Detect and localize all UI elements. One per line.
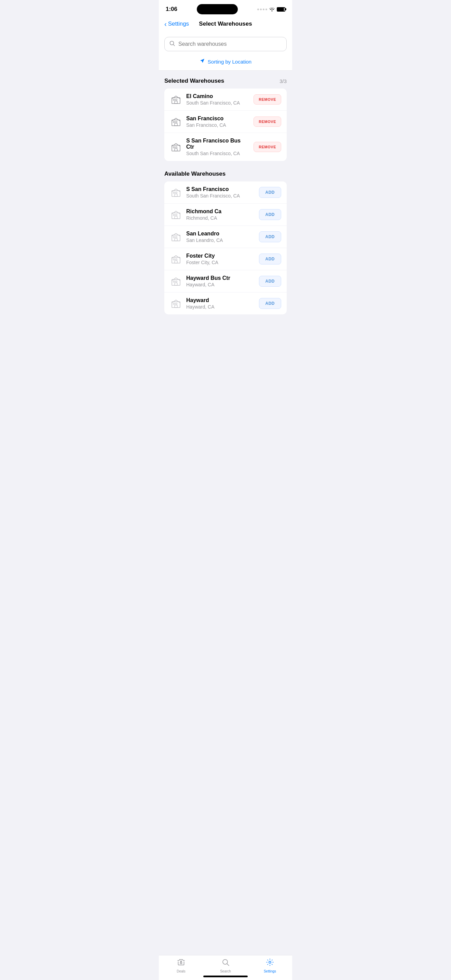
back-button[interactable]: ‹ Settings <box>164 20 189 28</box>
add-button[interactable]: ADD <box>259 209 281 220</box>
sorting-label: Sorting by Location <box>208 59 251 65</box>
svg-rect-25 <box>175 239 177 241</box>
warehouse-name: Hayward <box>186 297 255 304</box>
status-bar: 1:06 <box>159 0 292 17</box>
nav-header: ‹ Settings Select Warehouses <box>159 17 292 33</box>
add-button[interactable]: ADD <box>259 253 281 264</box>
svg-rect-19 <box>173 214 175 216</box>
svg-rect-32 <box>176 281 177 282</box>
back-chevron-icon: ‹ <box>164 20 167 28</box>
warehouse-location: South San Francisco, CA <box>186 193 255 199</box>
available-warehouse-item: Hayward Bus Ctr Hayward, CA ADD <box>164 270 287 293</box>
search-input[interactable] <box>178 41 281 47</box>
svg-rect-24 <box>176 237 177 238</box>
status-icons <box>257 6 285 12</box>
available-warehouses-section: Available Warehouses S San Francisco Sou… <box>159 164 292 317</box>
warehouse-location: San Leandro, CA <box>186 237 255 243</box>
svg-rect-11 <box>173 146 175 148</box>
available-warehouse-item: Richmond Ca Richmond, CA ADD <box>164 204 287 226</box>
dynamic-island <box>197 4 238 14</box>
warehouse-icon <box>170 208 182 221</box>
available-section-title: Available Warehouses <box>164 170 226 177</box>
remove-button[interactable]: REMOVE <box>254 116 281 127</box>
svg-rect-13 <box>175 149 177 151</box>
selected-warehouse-item: San Francisco San Francisco, CA REMOVE <box>164 111 287 133</box>
warehouse-info: Hayward Hayward, CA <box>186 297 255 310</box>
svg-rect-29 <box>175 261 177 263</box>
remove-button[interactable]: REMOVE <box>254 94 281 105</box>
warehouse-name: S San Francisco <box>186 186 255 192</box>
selected-section-title: Selected Warehouses <box>164 78 224 84</box>
warehouse-icon <box>170 141 182 153</box>
svg-rect-36 <box>176 303 177 304</box>
available-warehouse-item: Foster City Foster City, CA ADD <box>164 248 287 270</box>
warehouse-name: Foster City <box>186 253 255 259</box>
svg-rect-3 <box>173 99 175 100</box>
svg-rect-5 <box>175 101 177 103</box>
warehouse-location: Richmond, CA <box>186 215 255 221</box>
battery-icon <box>277 7 285 12</box>
svg-line-1 <box>173 45 175 46</box>
svg-rect-7 <box>173 121 175 123</box>
warehouse-location: South San Francisco, CA <box>186 151 249 156</box>
search-bar[interactable] <box>164 37 287 51</box>
warehouse-info: S San Francisco Bus Ctr South San Franci… <box>186 138 249 156</box>
svg-rect-17 <box>175 194 177 196</box>
svg-rect-8 <box>176 121 177 123</box>
available-warehouse-item: San Leandro San Leandro, CA ADD <box>164 226 287 248</box>
content-area: Selected Warehouses 3/3 El Camino S <box>159 71 292 351</box>
warehouse-icon <box>170 93 182 106</box>
svg-rect-4 <box>176 99 177 100</box>
svg-rect-15 <box>173 192 175 193</box>
warehouse-info: San Francisco San Francisco, CA <box>186 116 249 128</box>
page-title: Select Warehouses <box>199 21 252 27</box>
back-label: Settings <box>168 21 189 27</box>
svg-rect-37 <box>175 305 177 307</box>
selected-section-header: Selected Warehouses 3/3 <box>164 78 287 84</box>
search-container <box>159 33 292 56</box>
add-button[interactable]: ADD <box>259 231 281 242</box>
add-button[interactable]: ADD <box>259 187 281 198</box>
available-warehouse-item: S San Francisco South San Francisco, CA … <box>164 181 287 204</box>
warehouse-icon <box>170 275 182 287</box>
svg-rect-21 <box>175 216 177 219</box>
warehouse-icon <box>170 116 182 128</box>
warehouse-info: Richmond Ca Richmond, CA <box>186 208 255 221</box>
status-time: 1:06 <box>166 6 177 13</box>
selected-warehouse-item: S San Francisco Bus Ctr South San Franci… <box>164 133 287 161</box>
remove-button[interactable]: REMOVE <box>254 142 281 152</box>
location-icon <box>200 58 205 65</box>
selected-warehouse-item: El Camino South San Francisco, CA REMOVE <box>164 89 287 111</box>
warehouse-name: San Francisco <box>186 116 249 122</box>
warehouse-icon <box>170 297 182 310</box>
warehouse-name: San Leandro <box>186 231 255 237</box>
selected-warehouses-section: Selected Warehouses 3/3 El Camino S <box>159 71 292 164</box>
svg-rect-35 <box>173 303 175 304</box>
svg-rect-23 <box>173 237 175 238</box>
search-icon <box>170 41 175 48</box>
selected-section-count: 3/3 <box>279 78 287 84</box>
svg-rect-20 <box>176 214 177 216</box>
svg-rect-31 <box>173 281 175 282</box>
warehouse-info: El Camino South San Francisco, CA <box>186 93 249 106</box>
warehouse-icon <box>170 186 182 199</box>
warehouse-info: San Leandro San Leandro, CA <box>186 231 255 243</box>
svg-rect-16 <box>176 192 177 193</box>
warehouse-location: Foster City, CA <box>186 260 255 265</box>
svg-rect-12 <box>176 146 177 148</box>
svg-rect-9 <box>175 123 177 126</box>
warehouse-location: Hayward, CA <box>186 304 255 310</box>
svg-rect-28 <box>176 259 177 260</box>
warehouse-name: S San Francisco Bus Ctr <box>186 138 249 150</box>
warehouse-info: S San Francisco South San Francisco, CA <box>186 186 255 199</box>
available-warehouse-item: Hayward Hayward, CA ADD <box>164 293 287 314</box>
add-button[interactable]: ADD <box>259 298 281 309</box>
sorting-bar[interactable]: Sorting by Location <box>159 56 292 71</box>
warehouse-info: Hayward Bus Ctr Hayward, CA <box>186 275 255 287</box>
add-button[interactable]: ADD <box>259 276 281 287</box>
warehouse-icon <box>170 231 182 243</box>
warehouse-name: Richmond Ca <box>186 208 255 215</box>
available-warehouses-card: S San Francisco South San Francisco, CA … <box>164 181 287 314</box>
selected-warehouses-card: El Camino South San Francisco, CA REMOVE <box>164 89 287 161</box>
available-section-header: Available Warehouses <box>164 170 287 177</box>
